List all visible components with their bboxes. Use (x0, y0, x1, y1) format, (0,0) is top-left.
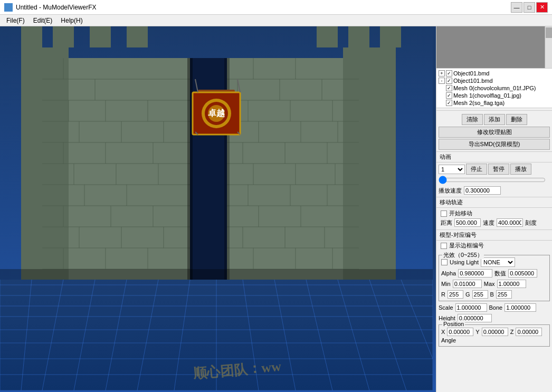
tree-label-obj01: Object01.bmd (453, 70, 489, 77)
tree-expand-obj01[interactable]: + (439, 70, 445, 77)
min-input[interactable] (453, 280, 482, 288)
show-edge-checkbox[interactable] (441, 243, 447, 249)
movement-label: 移动轨迹 (440, 199, 463, 205)
title-bar-controls: — □ ✕ (511, 2, 548, 13)
speed-input[interactable] (464, 186, 501, 195)
g-input[interactable] (472, 290, 488, 299)
speed-label: 播放速度 (439, 187, 462, 195)
svg-marker-35 (348, 26, 369, 47)
r-input[interactable] (448, 290, 463, 299)
using-light-label: Using Light (450, 259, 479, 265)
title-bar: Untitled - MuModelViewerFX — □ ✕ (0, 0, 552, 15)
title-bar-left: Untitled - MuModelViewerFX (4, 3, 97, 12)
tree-checkbox-obj02[interactable]: ✓ (446, 78, 452, 84)
speed-move-input[interactable] (497, 218, 523, 227)
b-input[interactable] (496, 290, 512, 299)
distance-input[interactable] (454, 218, 481, 227)
tree-item-obj02[interactable]: - ✓ Object101.bmd (437, 77, 551, 84)
light-effect-title: 光效（0~255） (442, 251, 484, 259)
scene-background: 卓越 顺心团队：ww (0, 26, 436, 392)
scale-row: Scale Bone (436, 302, 552, 313)
clear-button[interactable]: 清除 (462, 114, 483, 125)
z-label: Z (510, 329, 514, 335)
tree-checkbox-mesh0[interactable]: ✓ (446, 85, 452, 91)
right-panel: + ✓ Object01.bmd - ✓ Object101.bmd ✓ Mes… (436, 26, 552, 392)
start-move-checkbox[interactable] (441, 211, 447, 217)
scale-input[interactable] (455, 303, 487, 312)
position-title: Position (442, 321, 465, 327)
export-smd-button[interactable]: 导出SMD(仅限模型) (439, 139, 550, 150)
light-select[interactable]: NONE (481, 257, 515, 267)
window-title: Untitled - MuModelViewerFX (16, 4, 97, 11)
add-button[interactable]: 添加 (484, 114, 505, 125)
light-effect-group: 光效（0~255） Using Light NONE Alpha 数值 Min … (439, 255, 550, 301)
minimize-button[interactable]: — (511, 2, 522, 13)
tree-checkbox-obj01[interactable]: ✓ (446, 70, 452, 77)
position-section: Position X Y Z Angle (439, 324, 550, 347)
speed-row: 播放速度 (436, 185, 552, 196)
svg-rect-115 (0, 269, 433, 280)
b-label: B (490, 291, 494, 298)
z-input[interactable] (516, 328, 542, 336)
bone-label: Bone (489, 304, 503, 311)
start-move-row: 开始移动 (439, 209, 550, 218)
x-input[interactable] (447, 328, 473, 336)
svg-marker-31 (53, 26, 74, 47)
num-input[interactable] (508, 269, 537, 278)
modify-texture-button[interactable]: 修改纹理贴图 (439, 127, 550, 138)
separator-1 (436, 110, 552, 111)
tree-item-mesh0[interactable]: ✓ Mesh 0(chovolcolumn_01f.JPG) (445, 84, 551, 92)
svg-marker-33 (127, 26, 148, 47)
preview-scrollbar[interactable] (545, 26, 552, 68)
num-label: 数值 (494, 270, 506, 278)
y-input[interactable] (482, 328, 508, 336)
rgb-row: R G B (441, 289, 547, 300)
tree-item-mesh1[interactable]: ✓ Mesh 1(chovolflag_01.jpg) (445, 92, 551, 99)
bone-input[interactable] (505, 303, 536, 312)
menu-help[interactable]: Help(H) (56, 16, 87, 25)
panel-preview (436, 26, 552, 69)
alpha-input[interactable] (458, 269, 492, 278)
svg-marker-34 (317, 26, 338, 47)
minmax-row: Min Max (441, 279, 547, 289)
speed-move-label: 速度 (483, 219, 494, 227)
distance-row: 距离 速度 刻度 (439, 218, 550, 227)
tree-item-mesh2[interactable]: ✓ Mesh 2(so_flag.tga) (445, 99, 551, 107)
tree-expand-obj02[interactable]: - (439, 78, 445, 84)
tree-label-mesh2: Mesh 2(so_flag.tga) (453, 100, 505, 106)
pause-button[interactable]: 暂停 (488, 164, 509, 175)
show-edge-row: 显示边框编号 (436, 241, 552, 251)
animation-controls-row: 1 停止 暂停 播放 (436, 162, 552, 176)
play-button[interactable]: 播放 (510, 164, 531, 175)
svg-marker-30 (21, 26, 42, 47)
app-icon (4, 3, 13, 12)
menu-edit[interactable]: Edit(E) (29, 16, 57, 25)
start-move-label: 开始移动 (449, 209, 472, 217)
alpha-row: Alpha 数值 (441, 268, 547, 279)
animation-section-header: 动画 (436, 151, 552, 162)
using-light-checkbox[interactable] (441, 259, 448, 265)
angle-row: Angle (441, 337, 547, 344)
close-button[interactable]: ✕ (536, 2, 548, 13)
menu-file[interactable]: File(F) (2, 16, 29, 25)
scale-label: 刻度 (525, 219, 537, 227)
max-input[interactable] (497, 280, 526, 288)
maximize-button[interactable]: □ (524, 2, 535, 13)
animation-slider[interactable] (439, 176, 546, 184)
scrollbar-thumb (546, 27, 552, 38)
r-label: R (441, 291, 445, 298)
svg-marker-32 (90, 26, 111, 47)
scene-svg: 卓越 顺心团队：ww (0, 26, 433, 390)
stop-button[interactable]: 停止 (466, 164, 487, 175)
scale-label: Scale (439, 304, 453, 311)
animation-dropdown[interactable]: 1 (439, 165, 465, 174)
tree-item-obj01[interactable]: + ✓ Object01.bmd (437, 70, 551, 77)
alpha-label: Alpha (441, 270, 456, 276)
distance-label: 距离 (441, 219, 452, 227)
tree-label-mesh1: Mesh 1(chovolflag_01.jpg) (453, 92, 521, 99)
tree-checkbox-mesh1[interactable]: ✓ (446, 92, 452, 99)
delete-button[interactable]: 删除 (506, 114, 527, 125)
xyz-row: X Y Z (441, 327, 547, 337)
menu-bar: File(F) Edit(E) Help(H) (0, 15, 552, 26)
tree-checkbox-mesh2[interactable]: ✓ (446, 100, 452, 106)
